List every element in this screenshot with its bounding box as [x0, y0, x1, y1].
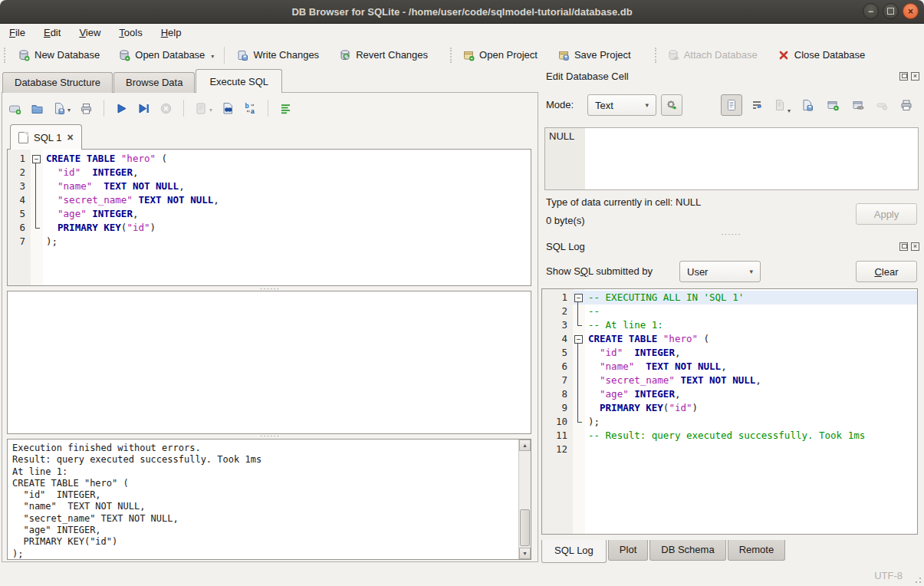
main-toolbar: New Database Open Database ▾ Write Chang… — [0, 42, 924, 67]
sql-log-view[interactable]: 1−-- EXECUTING ALL IN 'SQL 1'2--3-- At l… — [541, 288, 918, 535]
maximize-button[interactable] — [883, 3, 899, 19]
toolbar-drag-handle[interactable] — [4, 48, 5, 63]
dock-tab-sql-log[interactable]: SQL Log — [541, 540, 607, 563]
tab-browse-data[interactable]: Browse Data — [113, 72, 195, 93]
maximize-icon — [887, 8, 894, 15]
open-in-external-app-button[interactable] — [822, 94, 843, 116]
word-wrap-button[interactable] — [746, 94, 768, 116]
scrollbar-thumb[interactable] — [520, 509, 530, 546]
open-database-dropdown[interactable]: ▾ — [211, 53, 214, 61]
open-sql-file-button[interactable] — [31, 102, 44, 115]
title-bar[interactable]: DB Browser for SQLite - /home/user/code/… — [0, 0, 924, 24]
close-button[interactable]: × — [903, 3, 919, 19]
svg-text:b: b — [245, 102, 249, 110]
execution-message-pane[interactable]: Execution finished without errors.Result… — [7, 439, 531, 560]
toolbar-drag-handle[interactable] — [655, 48, 656, 63]
sql-code-editor[interactable]: 1−CREATE TABLE "hero" (2 "id" INTEGER,3 … — [7, 149, 531, 286]
scroll-up-arrow[interactable]: ▲ — [519, 440, 531, 451]
fold-margin — [573, 443, 585, 456]
float-dock-icon[interactable] — [899, 242, 908, 251]
apply-button: Apply — [856, 203, 917, 225]
code-line: 11-- Result: query executed successfully… — [542, 429, 917, 443]
cell-editor[interactable]: NULL — [544, 127, 919, 190]
code-line: 12 — [542, 443, 917, 456]
fold-margin — [573, 346, 585, 360]
scroll-down-arrow[interactable]: ▼ — [519, 548, 531, 559]
new-database-button[interactable]: New Database — [14, 46, 104, 64]
message-line: PRIMARY KEY("id") — [12, 536, 514, 548]
new-sql-tab-button[interactable] — [8, 102, 21, 115]
open-database-button[interactable]: Open Database ▾ — [114, 46, 218, 64]
mode-combobox[interactable]: Text ▾ — [587, 94, 656, 116]
print-sql-button[interactable] — [80, 102, 93, 115]
results-grid-pane[interactable] — [7, 291, 531, 434]
fold-marker-icon[interactable]: − — [574, 335, 583, 344]
code-line: 7); — [8, 235, 531, 249]
log-filter-value: User — [687, 266, 708, 278]
message-line: "age" INTEGER, — [12, 525, 514, 536]
close-database-button[interactable]: Close Database — [774, 46, 870, 64]
float-dock-icon[interactable] — [899, 72, 908, 81]
fold-marker-icon[interactable]: − — [574, 294, 583, 302]
execute-current-line-button[interactable] — [137, 102, 150, 115]
revert-changes-button[interactable]: Revert Changes — [335, 46, 432, 64]
menu-edit[interactable]: Edit — [36, 24, 68, 41]
edit-cell-dock-buttons: × — [899, 72, 919, 81]
fold-margin — [31, 193, 43, 207]
auto-format-button[interactable] — [279, 102, 292, 115]
set-null-icon — [876, 99, 888, 111]
text-mode-button[interactable] — [721, 94, 742, 116]
line-number: 4 — [542, 332, 573, 346]
dock-tab-db-schema[interactable]: DB Schema — [649, 540, 725, 561]
menu-help[interactable]: Help — [153, 24, 189, 41]
apply-settings-button[interactable] — [661, 94, 682, 116]
log-filter-combobox[interactable]: User ▾ — [679, 261, 761, 282]
copy-link-button[interactable] — [847, 94, 869, 116]
encoding-indicator: UTF-8 — [874, 570, 903, 581]
line-number: 4 — [8, 193, 31, 207]
fold-margin — [31, 179, 43, 193]
resize-grip[interactable] — [912, 574, 922, 584]
dock-tab-remote[interactable]: Remote — [728, 540, 786, 561]
tab-execute-sql[interactable]: Execute SQL — [196, 69, 282, 93]
line-number: 12 — [542, 443, 573, 456]
app-window: { "window": { "title": "DB Browser for S… — [0, 0, 924, 586]
toolbar-drag-handle[interactable] — [450, 48, 452, 63]
results-scrollbar[interactable]: ▲ ▼ — [518, 440, 531, 559]
code-line: 1−-- EXECUTING ALL IN 'SQL 1' — [542, 291, 917, 305]
status-bar: UTF-8 — [0, 566, 924, 586]
line-number: 5 — [542, 346, 573, 360]
save-sql-file-button[interactable]: ▾ — [53, 102, 71, 115]
fold-margin: − — [573, 332, 585, 346]
fold-margin — [573, 415, 585, 429]
sql-tab-close-icon[interactable]: × — [67, 132, 73, 143]
menu-file[interactable]: File — [2, 24, 33, 41]
code-line: 6 PRIMARY KEY("id") — [8, 221, 531, 235]
execute-all-button[interactable] — [115, 102, 128, 115]
find-replace-button[interactable]: ba — [244, 102, 257, 115]
sql-editor-tab[interactable]: SQL 1 × — [10, 124, 82, 150]
import-file-icon — [774, 99, 786, 111]
sql-toolbar-separator — [268, 100, 268, 117]
menu-tools[interactable]: Tools — [111, 24, 150, 41]
close-dock-icon[interactable]: × — [911, 72, 919, 81]
fold-marker-icon[interactable]: − — [32, 155, 41, 163]
fold-margin — [573, 318, 585, 332]
clear-log-button[interactable]: Clear — [856, 261, 917, 282]
code-line: 5 "age" INTEGER, — [8, 207, 531, 221]
close-dock-icon[interactable]: × — [911, 242, 919, 251]
minimize-button[interactable]: − — [863, 3, 879, 19]
print-cell-button[interactable] — [896, 94, 917, 116]
find-button[interactable] — [222, 102, 235, 115]
open-database-icon — [118, 49, 130, 61]
export-cell-data-button[interactable] — [797, 94, 818, 116]
menu-view[interactable]: View — [71, 24, 108, 41]
tab-database-structure[interactable]: Database Structure — [2, 72, 113, 93]
dock-splitter[interactable]: ······ — [538, 232, 924, 237]
open-project-button[interactable]: Open Project — [459, 46, 541, 64]
window-title: DB Browser for SQLite - /home/user/code/… — [291, 6, 632, 18]
dock-tab-plot[interactable]: Plot — [608, 540, 648, 561]
write-changes-button[interactable]: Write Changes — [232, 46, 323, 64]
save-sql-dropdown[interactable]: ▾ — [67, 107, 71, 115]
save-project-button[interactable]: Save Project — [554, 46, 635, 64]
